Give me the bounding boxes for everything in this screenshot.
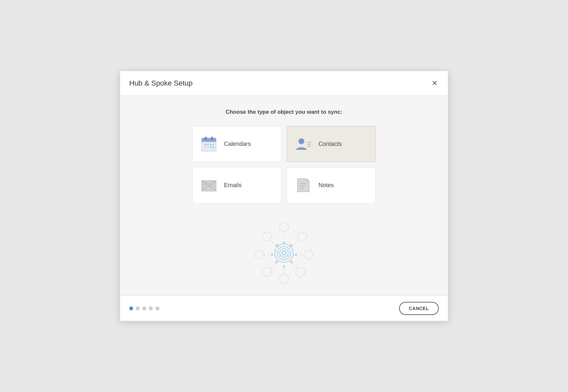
option-calendars[interactable]: Calendars [192, 126, 281, 162]
svg-rect-13 [307, 142, 311, 143]
dot-5 [155, 306, 159, 310]
svg-marker-47 [271, 253, 274, 256]
svg-marker-45 [275, 261, 278, 264]
dot-2 [136, 306, 140, 310]
svg-point-12 [298, 138, 304, 144]
svg-point-53 [282, 251, 286, 255]
hub-spoke-diagram [248, 217, 320, 289]
notes-icon [295, 177, 312, 194]
svg-marker-39 [294, 253, 297, 256]
svg-point-4 [205, 144, 206, 145]
option-emails[interactable]: Emails [192, 167, 281, 203]
option-notes[interactable]: Notes [287, 167, 376, 203]
svg-point-7 [213, 144, 214, 145]
dot-4 [149, 306, 153, 310]
contact-icon [295, 135, 312, 152]
svg-point-6 [210, 144, 211, 145]
svg-point-52 [280, 249, 288, 257]
svg-point-11 [213, 147, 214, 148]
svg-point-29 [296, 267, 305, 277]
svg-point-32 [255, 250, 264, 259]
svg-rect-22 [205, 185, 208, 186]
svg-rect-21 [205, 183, 210, 184]
prompt-text: Choose the type of object you want to sy… [226, 109, 342, 115]
svg-rect-25 [299, 188, 304, 189]
svg-point-33 [262, 232, 272, 241]
svg-point-28 [304, 250, 313, 259]
svg-point-27 [297, 232, 307, 241]
svg-point-31 [262, 267, 272, 277]
calendars-label: Calendars [224, 141, 251, 147]
svg-marker-43 [283, 264, 285, 267]
close-button[interactable]: ✕ [430, 78, 439, 88]
svg-marker-41 [290, 261, 293, 264]
email-icon [200, 177, 217, 194]
dialog-body: Choose the type of object you want to sy… [120, 96, 448, 296]
svg-rect-2 [205, 137, 207, 140]
svg-point-5 [207, 144, 209, 145]
dialog-header: Hub & Spoke Setup ✕ [120, 71, 448, 96]
dialog-footer: CANCEL [120, 296, 448, 321]
svg-point-8 [205, 147, 206, 148]
contacts-label: Contacts [318, 141, 342, 147]
dialog-title: Hub & Spoke Setup [129, 79, 193, 88]
svg-marker-49 [275, 244, 278, 247]
svg-point-10 [210, 147, 211, 148]
emails-label: Emails [224, 182, 242, 189]
svg-point-9 [207, 147, 209, 148]
dot-1 [129, 306, 133, 310]
cancel-button[interactable]: CANCEL [399, 302, 439, 315]
option-contacts[interactable]: Contacts [287, 126, 376, 162]
svg-point-26 [279, 222, 289, 231]
dot-3 [142, 306, 146, 310]
svg-point-30 [279, 275, 289, 284]
svg-rect-14 [307, 144, 311, 145]
hub-spoke-dialog: Hub & Spoke Setup ✕ Choose the type of o… [120, 71, 448, 321]
notes-label: Notes [318, 182, 334, 189]
svg-rect-1 [202, 138, 216, 142]
svg-rect-15 [307, 146, 311, 147]
svg-point-51 [277, 246, 291, 260]
svg-rect-24 [299, 186, 305, 186]
svg-marker-35 [283, 242, 285, 245]
svg-marker-37 [290, 244, 293, 247]
options-grid: Calendars Contacts [192, 126, 376, 203]
pagination-dots [129, 306, 159, 310]
svg-rect-23 [299, 183, 306, 184]
calendar-icon [200, 135, 217, 152]
svg-rect-3 [211, 137, 213, 140]
